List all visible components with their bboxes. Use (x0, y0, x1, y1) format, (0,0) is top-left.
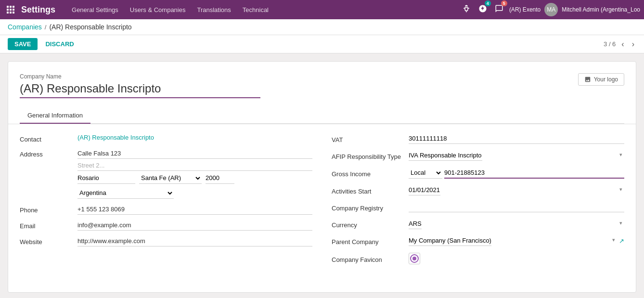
app-title: Settings (21, 5, 55, 15)
gross-income-label: Gross Income (332, 168, 409, 178)
tab-general-info[interactable]: General Information (20, 108, 90, 124)
phone-label: Phone (20, 205, 77, 214)
pagination-info: 3 / 6 (604, 40, 616, 48)
form-card: Company Name Your logo General Informati… (8, 61, 636, 293)
zip-input[interactable] (206, 173, 234, 184)
currency-select[interactable]: ARS (409, 219, 422, 229)
currency-label: Currency (332, 220, 409, 229)
logo-button-label: Your logo (594, 76, 618, 83)
vat-row: VAT (332, 134, 624, 144)
gross-income-input[interactable] (444, 168, 624, 179)
breadcrumb-parent[interactable]: Companies (8, 23, 42, 31)
favicon-icon (410, 254, 419, 263)
email-row: Email (20, 220, 312, 231)
company-name-input[interactable] (20, 82, 260, 98)
discard-button[interactable]: DISCARD (41, 38, 77, 50)
form-content: Contact (AR) Responsable Inscripto Addre… (20, 124, 624, 281)
address-block: Santa Fe (AR) Argentina (77, 149, 312, 199)
contact-label: Contact (20, 134, 77, 143)
company-favicon-row: Company Favicon (332, 253, 624, 264)
svg-rect-2 (13, 6, 14, 8)
street1-input[interactable] (77, 149, 312, 159)
street2-input[interactable] (77, 161, 312, 171)
favicon-inner (412, 257, 416, 260)
parent-company-row: Parent Company My Company (San Francisco… (332, 236, 624, 246)
messages-icon[interactable]: 5 (493, 2, 505, 17)
svg-rect-4 (10, 9, 12, 11)
svg-rect-8 (13, 12, 14, 13)
city-state-zip-row: Santa Fe (AR) (77, 173, 312, 184)
user-name[interactable]: Mitchell Admin (Argentina_Loo (562, 6, 640, 13)
gross-income-row: Gross Income Local (332, 168, 624, 179)
next-record-button[interactable]: › (630, 39, 636, 50)
address-label: Address (20, 149, 77, 158)
main-nav: General Settings Users & Companies Trans… (67, 3, 456, 16)
main-content: Company Name Your logo General Informati… (0, 53, 644, 298)
company-registry-row: Company Registry (332, 202, 624, 212)
currency-row: Currency ARS (332, 219, 624, 229)
country-select[interactable]: Argentina (77, 188, 174, 199)
breadcrumb-separator: / (45, 24, 47, 31)
gross-income-prefix-select[interactable]: Local (409, 168, 442, 179)
parent-company-select[interactable]: My Company (San Francisco) (409, 236, 491, 246)
afip-row: AFIP Responsibility Type IVA Responsable… (332, 151, 624, 161)
parent-company-label: Parent Company (332, 236, 409, 246)
address-row: Address Santa Fe (AR) (20, 149, 312, 199)
svg-rect-7 (10, 12, 12, 13)
clock-icon[interactable]: 4 (477, 2, 489, 17)
contact-value[interactable]: (AR) Responsable Inscripto (77, 134, 154, 141)
website-input[interactable] (77, 236, 312, 246)
contact-row: Contact (AR) Responsable Inscripto (20, 134, 312, 143)
messages-badge: 5 (501, 0, 507, 6)
vat-label: VAT (332, 134, 409, 143)
website-row: Website (20, 236, 312, 246)
topbar-right: 4 5 (AR) Exento MA Mitchell Admin (Argen… (460, 2, 640, 17)
nav-general-settings[interactable]: General Settings (67, 3, 123, 16)
logo-button[interactable]: Your logo (578, 73, 624, 86)
pagination-area: 3 / 6 ‹ › (604, 39, 636, 50)
nav-translations[interactable]: Translations (192, 3, 235, 16)
left-column: Contact (AR) Responsable Inscripto Addre… (20, 134, 312, 271)
breadcrumb-current: (AR) Responsable Inscripto (49, 23, 131, 31)
activities-start-select[interactable]: 01/01/2021 (409, 185, 440, 195)
company-registry-input[interactable] (409, 202, 624, 212)
email-label: Email (20, 220, 77, 230)
right-column: VAT AFIP Responsibility Type IVA Respons… (332, 134, 624, 271)
nav-users-companies[interactable]: Users & Companies (125, 3, 191, 16)
breadcrumb-bar: Companies / (AR) Responsable Inscripto (0, 19, 644, 35)
user-label[interactable]: (AR) Exento (509, 6, 541, 13)
save-button[interactable]: SAVE (8, 38, 38, 50)
apps-menu-icon[interactable] (4, 3, 17, 16)
afip-label: AFIP Responsibility Type (332, 151, 409, 160)
topbar: Settings General Settings Users & Compan… (0, 0, 644, 19)
company-registry-label: Company Registry (332, 203, 409, 212)
svg-rect-0 (7, 6, 9, 8)
vat-input[interactable] (409, 134, 624, 144)
website-label: Website (20, 236, 77, 246)
afip-select[interactable]: IVA Responsable Inscripto (409, 151, 482, 161)
company-favicon-label: Company Favicon (332, 254, 409, 263)
svg-rect-6 (7, 12, 9, 13)
email-input[interactable] (77, 220, 312, 231)
svg-rect-5 (13, 9, 14, 11)
activities-start-label: Activities Start (332, 186, 409, 195)
company-name-label: Company Name (20, 73, 260, 80)
company-name-section: Company Name (20, 73, 260, 98)
company-favicon-preview[interactable] (409, 253, 420, 264)
city-input[interactable] (77, 173, 135, 184)
parent-company-external-link[interactable]: ↗ (619, 237, 624, 245)
action-bar: SAVE DISCARD 3 / 6 ‹ › (0, 35, 644, 53)
nav-technical[interactable]: Technical (238, 3, 273, 16)
phone-input[interactable] (77, 205, 312, 215)
svg-rect-3 (7, 9, 9, 11)
tabs: General Information (20, 108, 624, 124)
phone-row: Phone (20, 205, 312, 215)
activities-start-row: Activities Start 01/01/2021 (332, 185, 624, 195)
state-select[interactable]: Santa Fe (AR) (139, 173, 202, 184)
prev-record-button[interactable]: ‹ (619, 39, 626, 50)
svg-rect-1 (10, 6, 12, 8)
clock-badge: 4 (485, 0, 491, 6)
bug-icon[interactable] (460, 2, 473, 17)
avatar[interactable]: MA (544, 3, 558, 16)
